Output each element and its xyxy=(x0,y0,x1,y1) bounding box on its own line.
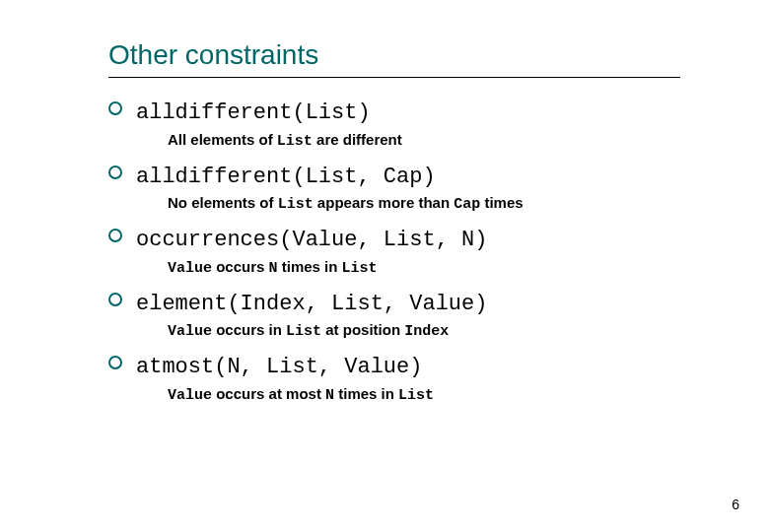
desc-text: are different xyxy=(313,131,402,148)
list-item: alldifferent(List, Cap) xyxy=(108,164,680,191)
desc-code: List xyxy=(278,196,314,213)
list-item: element(Index, List, Value) xyxy=(108,291,680,318)
desc-code: Value xyxy=(168,387,212,404)
item-code: alldifferent(List, Cap) xyxy=(136,165,436,189)
desc-text: occurs at most xyxy=(212,385,325,402)
item-description: Value occurs at most N times in List xyxy=(168,385,680,404)
item-description: Value occurs in List at position Index xyxy=(168,321,680,340)
list-item: occurrences(Value, List, N) xyxy=(108,227,680,254)
desc-text: No elements of xyxy=(168,194,278,211)
desc-text: occurs in xyxy=(212,321,286,338)
desc-text: All elements of xyxy=(168,131,277,148)
desc-code: Index xyxy=(404,323,449,340)
item-code: atmost(N, List, Value) xyxy=(136,355,422,379)
desc-text: times in xyxy=(334,385,398,402)
desc-code: List xyxy=(398,387,434,404)
desc-code: Value xyxy=(168,323,212,340)
item-code: element(Index, List, Value) xyxy=(136,292,487,316)
slide: Other constraints alldifferent(List) All… xyxy=(0,0,769,532)
desc-text: at position xyxy=(321,321,404,338)
desc-code: List xyxy=(342,260,378,277)
list-item: alldifferent(List) xyxy=(108,100,680,127)
desc-text: appears more than xyxy=(314,194,454,211)
circle-bullet-icon xyxy=(108,101,122,115)
title-rule xyxy=(108,77,680,78)
desc-code: List xyxy=(286,323,321,340)
desc-code: List xyxy=(277,133,313,150)
circle-bullet-icon xyxy=(108,166,122,179)
list-item: atmost(N, List, Value) xyxy=(108,354,680,381)
desc-code: Cap xyxy=(454,196,480,213)
desc-text: times in xyxy=(278,258,342,275)
desc-text: occurs xyxy=(212,258,269,275)
desc-code: Value xyxy=(168,260,212,277)
desc-code: N xyxy=(269,260,278,277)
item-code: occurrences(Value, List, N) xyxy=(136,228,487,252)
desc-text: times xyxy=(480,194,523,211)
circle-bullet-icon xyxy=(108,293,122,306)
circle-bullet-icon xyxy=(108,229,122,242)
item-description: No elements of List appears more than Ca… xyxy=(168,194,680,213)
page-title: Other constraints xyxy=(108,39,680,71)
page-number: 6 xyxy=(732,497,739,512)
item-description: Value occurs N times in List xyxy=(168,258,680,277)
items-list: alldifferent(List) All elements of List … xyxy=(108,100,680,404)
circle-bullet-icon xyxy=(108,356,122,369)
item-code: alldifferent(List) xyxy=(136,100,371,125)
desc-code: N xyxy=(325,387,334,404)
item-description: All elements of List are different xyxy=(168,131,680,150)
